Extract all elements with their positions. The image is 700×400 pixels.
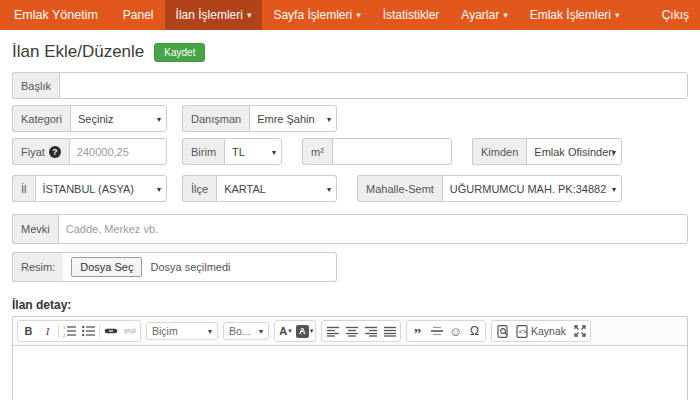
- size-dropdown[interactable]: Bo...: [223, 322, 269, 340]
- category-label: Kategori: [12, 105, 70, 132]
- top-navbar: Emlak Yönetim Panel İlan İşlemleri Sayfa…: [0, 0, 700, 30]
- justify-icon[interactable]: [380, 322, 399, 340]
- location-input[interactable]: [58, 214, 688, 244]
- rich-text-editor: B I 12 Biçim Bo... A▾ A▾: [12, 316, 688, 400]
- nav-item-ayarlar[interactable]: Ayarlar: [450, 0, 518, 30]
- help-icon[interactable]: ?: [49, 146, 61, 158]
- from-field-group: Kimden Emlak Ofisinden: [472, 138, 622, 165]
- toolbar-separator: [58, 324, 59, 338]
- listing-form: Başlık Kategori Seçiniz Danışman Emre Şa…: [0, 72, 700, 282]
- save-button[interactable]: Kaydet: [154, 43, 205, 62]
- nav-spacer: [631, 0, 651, 30]
- bulleted-list-icon[interactable]: [79, 322, 98, 340]
- title-input[interactable]: [59, 72, 688, 99]
- nav-item-emlak-islemleri[interactable]: Emlak İşlemleri: [519, 0, 631, 30]
- category-field-group: Kategori Seçiniz: [12, 105, 167, 132]
- italic-icon[interactable]: I: [38, 322, 57, 340]
- basicstyles-group: B I 12: [17, 320, 141, 342]
- special-char-icon[interactable]: Ω: [465, 322, 484, 340]
- sqm-field-group: m²: [302, 138, 452, 165]
- link-icon[interactable]: [101, 322, 120, 340]
- location-field-group: Mevki: [12, 214, 688, 244]
- text-color-icon[interactable]: A▾: [276, 322, 295, 340]
- file-status-text: Dosya seçilmedi: [150, 261, 230, 273]
- source-icon: <>: [516, 325, 528, 338]
- category-select[interactable]: Seçiniz: [70, 105, 167, 132]
- agent-select[interactable]: Emre Şahin: [249, 105, 337, 132]
- nav-item-ilan-islemleri[interactable]: İlan İşlemleri: [165, 0, 263, 30]
- sqm-label: m²: [302, 138, 332, 165]
- insert-group: ” ☺ Ω: [406, 320, 486, 342]
- page-title: İlan Ekle/Düzenle: [12, 42, 144, 62]
- maximize-icon[interactable]: [570, 322, 589, 340]
- document-group: <> Kaynak: [491, 320, 591, 342]
- editor-content-area[interactable]: [13, 346, 687, 400]
- nav-item-istatistikler[interactable]: İstatistikler: [372, 0, 451, 30]
- currency-field-group: Birim TL: [182, 138, 282, 165]
- background-color-icon[interactable]: A▾: [295, 322, 314, 340]
- align-right-icon[interactable]: [361, 322, 380, 340]
- district-label: İlçe: [182, 175, 216, 202]
- currency-select[interactable]: TL: [224, 138, 282, 165]
- numbered-list-icon[interactable]: 12: [60, 322, 79, 340]
- neighborhood-select[interactable]: UĞURMUMCU MAH. PK:34882: [442, 175, 622, 202]
- neighborhood-label: Mahalle-Semt: [357, 175, 442, 202]
- svg-text:<>: <>: [519, 328, 527, 336]
- svg-text:2: 2: [63, 333, 66, 338]
- district-field-group: İlçe KARTAL: [182, 175, 337, 202]
- unlink-icon[interactable]: [120, 322, 139, 340]
- sqm-input[interactable]: [332, 138, 452, 165]
- source-button[interactable]: <> Kaynak: [512, 322, 570, 340]
- file-input[interactable]: Dosya Seç Dosya seçilmedi: [63, 252, 337, 282]
- bold-icon[interactable]: B: [19, 322, 38, 340]
- svg-text:1: 1: [63, 325, 66, 330]
- blockquote-icon[interactable]: ”: [408, 322, 427, 340]
- colors-group: A▾ A▾: [274, 320, 316, 342]
- image-label: Resim:: [12, 252, 63, 282]
- currency-label: Birim: [182, 138, 224, 165]
- price-input[interactable]: [69, 138, 167, 165]
- district-select[interactable]: KARTAL: [216, 175, 337, 202]
- image-field-group: Resim: Dosya Seç Dosya seçilmedi: [12, 252, 337, 282]
- preview-icon[interactable]: [493, 322, 512, 340]
- nav-item-sayfa-islemleri[interactable]: Sayfa İşlemleri: [262, 0, 371, 30]
- nav-item-logout[interactable]: Çıkış: [651, 0, 700, 30]
- detail-label: İlan detay:: [0, 288, 700, 316]
- page-header: İlan Ekle/Düzenle Kaydet: [0, 30, 700, 72]
- price-label: Fiyat ?: [12, 138, 69, 165]
- title-label: Başlık: [12, 72, 59, 99]
- nav-item-panel[interactable]: Panel: [112, 0, 165, 30]
- location-label: Mevki: [12, 214, 58, 244]
- brand-link[interactable]: Emlak Yönetim: [0, 0, 112, 30]
- title-field-group: Başlık: [12, 72, 688, 99]
- toolbar-separator: [99, 324, 100, 338]
- smiley-icon[interactable]: ☺: [446, 322, 465, 340]
- from-select[interactable]: Emlak Ofisinden: [526, 138, 622, 165]
- editor-toolbar: B I 12 Biçim Bo... A▾ A▾: [13, 317, 687, 346]
- from-label: Kimden: [472, 138, 526, 165]
- horizontal-rule-icon[interactable]: [427, 322, 446, 340]
- align-left-icon[interactable]: [323, 322, 342, 340]
- agent-field-group: Danışman Emre Şahin: [182, 105, 337, 132]
- province-field-group: İl İSTANBUL (ASYA): [12, 175, 167, 202]
- choose-file-button[interactable]: Dosya Seç: [71, 257, 142, 277]
- align-center-icon[interactable]: [342, 322, 361, 340]
- province-select[interactable]: İSTANBUL (ASYA): [35, 175, 168, 202]
- price-field-group: Fiyat ?: [12, 138, 167, 165]
- alignment-group: [321, 320, 401, 342]
- agent-label: Danışman: [182, 105, 249, 132]
- province-label: İl: [12, 175, 35, 202]
- format-dropdown[interactable]: Biçim: [146, 322, 218, 340]
- neighborhood-field-group: Mahalle-Semt UĞURMUMCU MAH. PK:34882: [357, 175, 622, 202]
